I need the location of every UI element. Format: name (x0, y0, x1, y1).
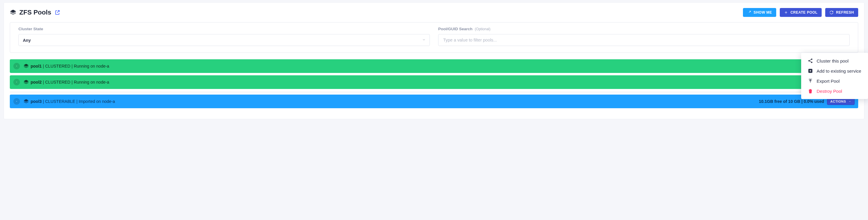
pool-detail: Running on node-a (74, 80, 109, 84)
pool-actions-menu: Cluster this pool Add to existing servic… (801, 53, 868, 99)
expand-toggle[interactable] (13, 63, 20, 69)
cluster-state-label: Cluster State (19, 27, 430, 31)
actions-label: ACTIONS (830, 100, 846, 103)
pool-search-input[interactable] (438, 34, 849, 46)
section-divider (10, 92, 858, 92)
menu-label: Cluster this pool (816, 59, 849, 64)
pool-status: CLUSTERABLE (45, 99, 75, 104)
menu-cluster-this-pool[interactable]: Cluster this pool (801, 56, 868, 66)
menu-label: Destroy Pool (816, 89, 842, 94)
create-pool-button[interactable]: CREATE POOL (780, 8, 822, 17)
pool-status: CLUSTERED (45, 80, 70, 84)
expand-toggle[interactable] (13, 79, 20, 85)
refresh-label: REFRESH (836, 10, 854, 14)
page-title: ZFS Pools (19, 9, 52, 16)
menu-add-to-existing-service[interactable]: Add to existing service (801, 66, 868, 76)
page-header: ZFS Pools SHOW ME CREATE POOL REFRESH (4, 3, 864, 20)
layers-icon (10, 9, 16, 16)
pool-row[interactable]: pool1 | CLUSTERED | Running on node-a 10… (10, 59, 858, 73)
pool-list: pool1 | CLUSTERED | Running on node-a 10… (4, 59, 864, 108)
pool-status: CLUSTERED (45, 64, 70, 69)
menu-label: Add to existing service (816, 69, 861, 74)
svg-point-1 (811, 59, 812, 60)
pool-search-label-text: Pool/GUID Search (438, 27, 473, 31)
create-pool-label: CREATE POOL (790, 10, 817, 14)
menu-export-pool[interactable]: Export Pool (801, 76, 868, 86)
svg-point-2 (808, 60, 810, 62)
layers-icon (24, 64, 29, 69)
svg-point-3 (811, 62, 812, 63)
layers-icon (24, 99, 29, 104)
layers-icon (24, 79, 29, 85)
show-me-label: SHOW ME (754, 10, 772, 14)
filter-panel: Cluster State Any Pool/GUID Search (Opti… (10, 22, 858, 53)
pool-name: pool1 (31, 64, 41, 69)
expand-toggle[interactable] (13, 98, 20, 105)
menu-label: Export Pool (816, 79, 840, 84)
pool-detail: Running on node-a (74, 64, 109, 69)
header-actions: SHOW ME CREATE POOL REFRESH (743, 8, 858, 17)
menu-destroy-pool[interactable]: Destroy Pool (801, 86, 868, 96)
pool-capacity: 10.1GB free of 10 GB | 0.0% used (759, 99, 824, 104)
pool-search-optional: (Optional) (475, 27, 491, 31)
pool-name: pool3 (31, 99, 41, 104)
cluster-state-select[interactable]: Any (19, 34, 430, 46)
pool-row[interactable]: pool2 | CLUSTERED | Running on node-a 10… (10, 75, 858, 89)
external-link-icon[interactable] (54, 9, 60, 15)
pool-row[interactable]: pool3 | CLUSTERABLE | Imported on node-a… (10, 95, 858, 108)
refresh-button[interactable]: REFRESH (825, 8, 858, 17)
pool-detail: Imported on node-a (79, 99, 115, 104)
pool-search-label: Pool/GUID Search (Optional) (438, 27, 849, 31)
pool-name: pool2 (31, 80, 41, 84)
show-me-button[interactable]: SHOW ME (743, 8, 776, 17)
